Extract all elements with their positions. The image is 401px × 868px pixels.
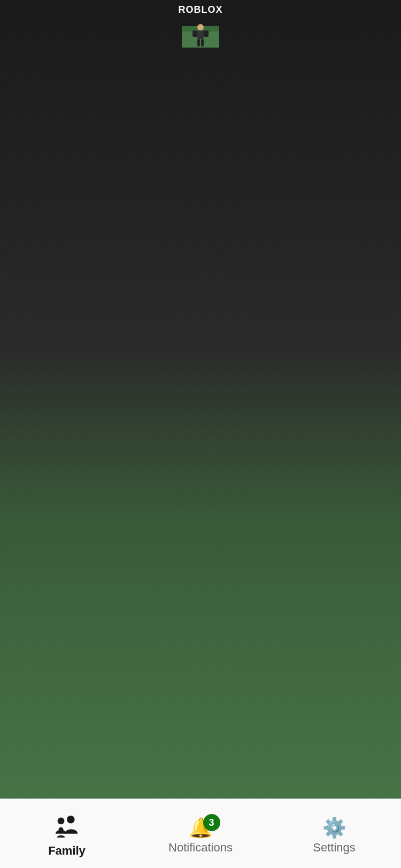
nav-label-notifications: Notifications: [168, 841, 233, 855]
notifications-badge: 3: [203, 814, 220, 831]
settings-gear-icon: ⚙️: [322, 818, 346, 838]
bottom-navigation: Family 🔔 3 Notifications ⚙️ Settings: [0, 799, 401, 868]
svg-point-32: [67, 815, 75, 823]
spending-history-section: SPENDING HISTORY ROBLOX: [0, 451, 401, 762]
nav-label-settings: Settings: [313, 841, 356, 855]
transaction-row[interactable]: ROBLOX Roblox: [21, 499, 380, 583]
main-content: ACCOUNT BALANCE $30.00 United States (US…: [0, 118, 401, 826]
nav-item-family[interactable]: Family: [0, 810, 134, 858]
nav-label-family: Family: [48, 844, 86, 858]
roblox-icon: ROBLOX: [21, 514, 75, 568]
svg-point-31: [58, 817, 65, 824]
nav-item-notifications[interactable]: 🔔 3 Notifications: [134, 813, 267, 855]
transaction-icon-roblox: ROBLOX: [21, 514, 75, 568]
family-icon: [54, 815, 80, 841]
bell-icon: 🔔 3: [189, 818, 213, 838]
svg-point-33: [58, 827, 63, 832]
nav-item-settings[interactable]: ⚙️ Settings: [267, 813, 401, 855]
